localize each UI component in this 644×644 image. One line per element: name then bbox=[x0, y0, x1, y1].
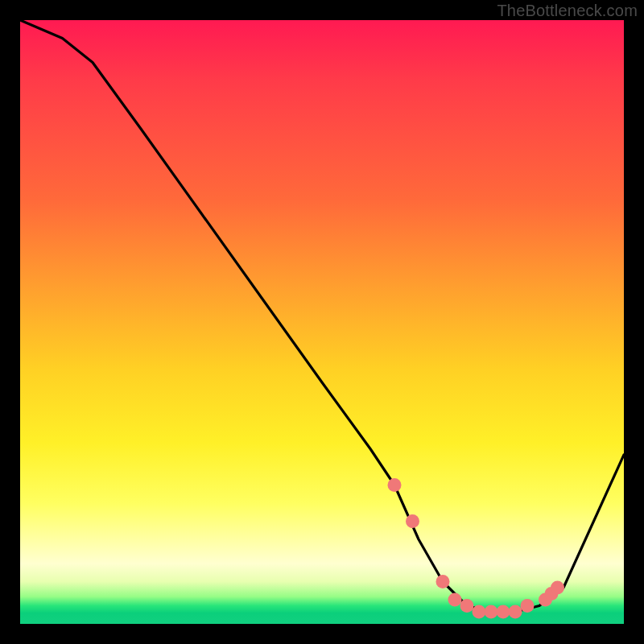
marker-dot bbox=[388, 478, 402, 492]
marker-dot bbox=[448, 593, 462, 607]
chart-frame: TheBottleneck.com bbox=[0, 0, 644, 644]
highlight-dots bbox=[388, 478, 565, 619]
bottleneck-curve bbox=[20, 20, 624, 612]
marker-dot bbox=[460, 599, 474, 613]
marker-dot bbox=[551, 581, 564, 595]
marker-dot bbox=[406, 514, 419, 528]
marker-dot bbox=[509, 605, 522, 619]
marker-dot bbox=[521, 599, 535, 613]
plot-area bbox=[20, 20, 624, 624]
marker-dot bbox=[436, 575, 450, 588]
curve-layer bbox=[20, 20, 624, 624]
watermark-text: TheBottleneck.com bbox=[497, 2, 638, 20]
marker-dot bbox=[473, 605, 486, 619]
marker-dot bbox=[497, 605, 510, 619]
marker-dot bbox=[485, 605, 498, 619]
